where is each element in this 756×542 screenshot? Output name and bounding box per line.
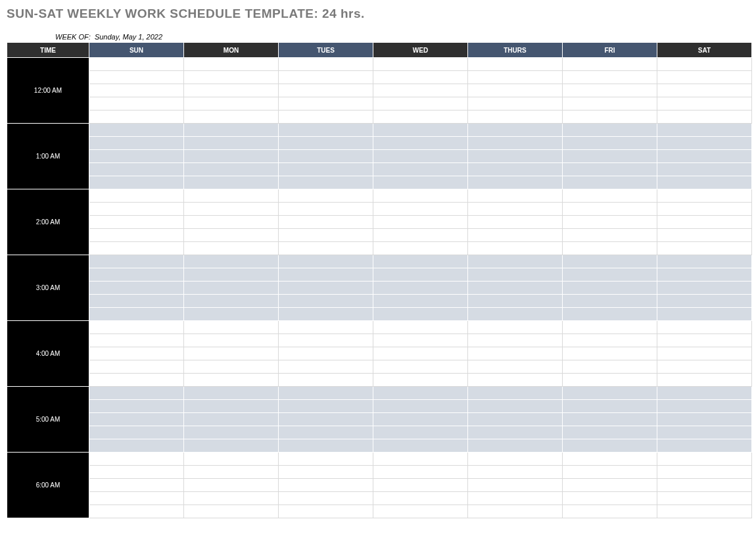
schedule-cell[interactable] xyxy=(468,229,563,242)
schedule-cell[interactable] xyxy=(89,216,184,229)
schedule-cell[interactable] xyxy=(657,374,752,387)
schedule-cell[interactable] xyxy=(184,334,279,347)
schedule-cell[interactable] xyxy=(657,58,752,71)
schedule-cell[interactable] xyxy=(563,242,657,255)
schedule-cell[interactable] xyxy=(563,268,657,282)
schedule-cell[interactable] xyxy=(279,203,373,216)
schedule-cell[interactable] xyxy=(184,111,279,124)
schedule-cell[interactable] xyxy=(657,492,752,505)
schedule-cell[interactable] xyxy=(184,137,279,150)
schedule-cell[interactable] xyxy=(89,439,184,453)
schedule-cell[interactable] xyxy=(184,413,279,426)
schedule-cell[interactable] xyxy=(89,334,184,347)
schedule-cell[interactable] xyxy=(563,255,657,268)
schedule-cell[interactable] xyxy=(563,124,657,137)
schedule-cell[interactable] xyxy=(184,295,279,308)
schedule-cell[interactable] xyxy=(89,58,184,71)
schedule-cell[interactable] xyxy=(184,58,279,71)
schedule-cell[interactable] xyxy=(184,400,279,413)
schedule-cell[interactable] xyxy=(89,387,184,400)
schedule-cell[interactable] xyxy=(184,466,279,479)
schedule-cell[interactable] xyxy=(279,282,373,295)
schedule-cell[interactable] xyxy=(89,282,184,295)
schedule-cell[interactable] xyxy=(563,400,657,413)
schedule-cell[interactable] xyxy=(184,203,279,216)
schedule-cell[interactable] xyxy=(89,466,184,479)
schedule-cell[interactable] xyxy=(373,308,468,321)
schedule-cell[interactable] xyxy=(657,308,752,321)
schedule-cell[interactable] xyxy=(89,176,184,189)
schedule-cell[interactable] xyxy=(279,374,373,387)
schedule-cell[interactable] xyxy=(468,413,563,426)
schedule-cell[interactable] xyxy=(89,453,184,466)
schedule-cell[interactable] xyxy=(373,176,468,189)
schedule-cell[interactable] xyxy=(563,150,657,163)
schedule-cell[interactable] xyxy=(468,347,563,360)
schedule-cell[interactable] xyxy=(279,111,373,124)
schedule-cell[interactable] xyxy=(373,150,468,163)
schedule-cell[interactable] xyxy=(468,492,563,505)
schedule-cell[interactable] xyxy=(89,242,184,255)
schedule-cell[interactable] xyxy=(373,374,468,387)
schedule-cell[interactable] xyxy=(184,124,279,137)
schedule-cell[interactable] xyxy=(373,216,468,229)
schedule-cell[interactable] xyxy=(373,268,468,282)
schedule-cell[interactable] xyxy=(184,374,279,387)
schedule-cell[interactable] xyxy=(279,189,373,203)
schedule-cell[interactable] xyxy=(279,334,373,347)
schedule-cell[interactable] xyxy=(279,505,373,518)
schedule-cell[interactable] xyxy=(563,439,657,453)
schedule-cell[interactable] xyxy=(373,426,468,439)
schedule-cell[interactable] xyxy=(184,84,279,97)
schedule-cell[interactable] xyxy=(373,347,468,360)
schedule-cell[interactable] xyxy=(468,426,563,439)
schedule-cell[interactable] xyxy=(468,203,563,216)
schedule-cell[interactable] xyxy=(89,137,184,150)
schedule-cell[interactable] xyxy=(184,242,279,255)
schedule-cell[interactable] xyxy=(279,400,373,413)
schedule-cell[interactable] xyxy=(468,124,563,137)
schedule-cell[interactable] xyxy=(184,163,279,176)
schedule-cell[interactable] xyxy=(468,189,563,203)
schedule-cell[interactable] xyxy=(373,400,468,413)
schedule-cell[interactable] xyxy=(657,400,752,413)
schedule-cell[interactable] xyxy=(89,360,184,374)
schedule-cell[interactable] xyxy=(373,229,468,242)
schedule-cell[interactable] xyxy=(468,216,563,229)
schedule-cell[interactable] xyxy=(657,479,752,492)
schedule-cell[interactable] xyxy=(184,321,279,334)
schedule-cell[interactable] xyxy=(89,255,184,268)
schedule-cell[interactable] xyxy=(184,347,279,360)
schedule-cell[interactable] xyxy=(468,334,563,347)
schedule-cell[interactable] xyxy=(279,137,373,150)
schedule-cell[interactable] xyxy=(373,189,468,203)
schedule-cell[interactable] xyxy=(657,321,752,334)
schedule-cell[interactable] xyxy=(563,321,657,334)
schedule-cell[interactable] xyxy=(373,124,468,137)
schedule-cell[interactable] xyxy=(657,137,752,150)
schedule-cell[interactable] xyxy=(184,492,279,505)
schedule-cell[interactable] xyxy=(468,321,563,334)
schedule-cell[interactable] xyxy=(373,84,468,97)
schedule-cell[interactable] xyxy=(563,413,657,426)
schedule-cell[interactable] xyxy=(373,505,468,518)
schedule-cell[interactable] xyxy=(563,229,657,242)
schedule-cell[interactable] xyxy=(563,71,657,84)
schedule-cell[interactable] xyxy=(657,203,752,216)
schedule-cell[interactable] xyxy=(563,84,657,97)
schedule-cell[interactable] xyxy=(279,321,373,334)
schedule-cell[interactable] xyxy=(657,426,752,439)
schedule-cell[interactable] xyxy=(89,150,184,163)
schedule-cell[interactable] xyxy=(373,163,468,176)
schedule-cell[interactable] xyxy=(468,268,563,282)
schedule-cell[interactable] xyxy=(657,295,752,308)
schedule-cell[interactable] xyxy=(279,150,373,163)
schedule-cell[interactable] xyxy=(563,282,657,295)
schedule-cell[interactable] xyxy=(563,334,657,347)
schedule-cell[interactable] xyxy=(279,97,373,111)
schedule-cell[interactable] xyxy=(89,111,184,124)
schedule-cell[interactable] xyxy=(563,466,657,479)
schedule-cell[interactable] xyxy=(89,84,184,97)
schedule-cell[interactable] xyxy=(563,374,657,387)
schedule-cell[interactable] xyxy=(657,387,752,400)
